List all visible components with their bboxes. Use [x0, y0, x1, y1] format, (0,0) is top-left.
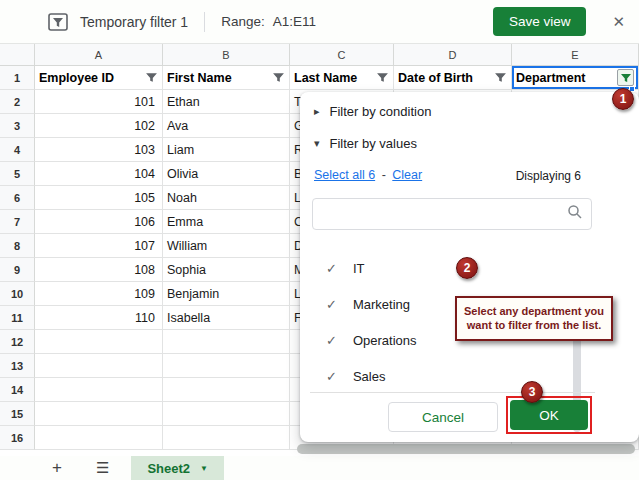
empty-cell[interactable] [35, 426, 163, 450]
empty-cell[interactable] [35, 378, 163, 402]
column-header-b[interactable]: B [163, 44, 290, 66]
empty-cell[interactable] [163, 330, 290, 354]
select-links-row: Select all 6 - Clear [314, 168, 422, 182]
row-number[interactable]: 3 [0, 114, 35, 138]
filter-icon-department-active[interactable] [617, 69, 634, 86]
checkmark-icon: ✓ [326, 261, 337, 276]
cell-first-name[interactable]: Noah [163, 186, 290, 210]
filter-view-title[interactable]: Temporary filter 1 [80, 14, 188, 30]
cell-employee-id[interactable]: 103 [35, 138, 163, 162]
header-cell-date-of-birth[interactable]: Date of Birth [394, 66, 512, 90]
close-filter-view-icon[interactable]: ✕ [612, 13, 625, 31]
empty-cell[interactable] [35, 354, 163, 378]
chevron-down-icon[interactable]: ▾ [314, 137, 320, 150]
step-1-marker: 1 [612, 88, 634, 110]
header-cell-last-name[interactable]: Last Name [290, 66, 394, 90]
row-number[interactable]: 9 [0, 258, 35, 282]
cell-employee-id[interactable]: 101 [35, 90, 163, 114]
row-number[interactable]: 7 [0, 210, 35, 234]
filter-by-condition-row[interactable]: ▸ Filter by condition [314, 104, 431, 119]
row-number[interactable]: 1 [0, 66, 35, 90]
filter-search-input[interactable] [312, 198, 592, 230]
row-number[interactable]: 4 [0, 138, 35, 162]
chevron-right-icon[interactable]: ▸ [314, 105, 320, 118]
filter-value-label: IT [353, 261, 365, 276]
filter-view-icon [48, 13, 68, 31]
header-cell-first-name[interactable]: First Name [163, 66, 290, 90]
row-number[interactable]: 13 [0, 354, 35, 378]
sheet-tab-caret-icon[interactable]: ▼ [200, 464, 208, 473]
header-label: Last Name [294, 71, 357, 85]
cancel-button[interactable]: Cancel [388, 402, 498, 432]
cell-first-name[interactable]: Ava [163, 114, 290, 138]
cell-first-name[interactable]: Isabella [163, 306, 290, 330]
checkmark-icon: ✓ [326, 369, 337, 384]
empty-cell[interactable] [163, 402, 290, 426]
select-all-link[interactable]: Select all 6 [314, 168, 375, 182]
filter-icon-first-name[interactable] [272, 71, 285, 84]
annotation-tooltip: Select any department you want to filter… [455, 296, 613, 341]
column-header-d[interactable]: D [394, 44, 512, 66]
filter-value-item-marketing[interactable]: ✓ Marketing [326, 290, 410, 318]
row-number[interactable]: 6 [0, 186, 35, 210]
empty-cell[interactable] [163, 378, 290, 402]
column-header-e[interactable]: E [512, 44, 639, 66]
row-number[interactable]: 10 [0, 282, 35, 306]
filter-value-item-it[interactable]: ✓ IT [326, 254, 364, 282]
cell-employee-id[interactable]: 102 [35, 114, 163, 138]
range-value[interactable]: A1:E11 [273, 14, 316, 29]
filter-value-item-operations[interactable]: ✓ Operations [326, 326, 417, 354]
clear-link[interactable]: Clear [392, 168, 422, 182]
cell-first-name[interactable]: Ethan [163, 90, 290, 114]
row-number[interactable]: 14 [0, 378, 35, 402]
cell-first-name[interactable]: Benjamin [163, 282, 290, 306]
row-number[interactable]: 5 [0, 162, 35, 186]
sheet-tab-sheet2[interactable]: Sheet2 ▼ [131, 456, 224, 480]
column-header-c[interactable]: C [290, 44, 394, 66]
column-header-a[interactable]: A [35, 44, 163, 66]
add-sheet-icon[interactable]: + [52, 458, 62, 478]
filter-icon-employee-id[interactable] [145, 71, 158, 84]
cell-first-name[interactable]: Liam [163, 138, 290, 162]
header-label: First Name [167, 71, 232, 85]
checkmark-icon: ✓ [326, 297, 337, 312]
row-number[interactable]: 12 [0, 330, 35, 354]
row-number[interactable]: 8 [0, 234, 35, 258]
header-cell-employee-id[interactable]: Employee ID [35, 66, 163, 90]
empty-cell[interactable] [35, 402, 163, 426]
empty-cell[interactable] [163, 354, 290, 378]
ok-button[interactable]: OK [510, 400, 588, 430]
filter-icon-last-name[interactable] [376, 71, 389, 84]
row-number[interactable]: 11 [0, 306, 35, 330]
cell-employee-id[interactable]: 105 [35, 186, 163, 210]
cell-employee-id[interactable]: 109 [35, 282, 163, 306]
all-sheets-menu-icon[interactable]: ☰ [96, 459, 109, 477]
empty-cell[interactable] [163, 426, 290, 450]
link-separator: - [382, 168, 386, 182]
google-sheets-filter-view-screen: Temporary filter 1 Range: A1:E11 Save vi… [0, 0, 639, 480]
cell-first-name[interactable]: Olivia [163, 162, 290, 186]
filter-by-values-row[interactable]: ▾ Filter by values [314, 136, 417, 151]
table-header-row: Employee ID First Name Last Name Date of… [35, 66, 639, 90]
cell-employee-id[interactable]: 108 [35, 258, 163, 282]
header-label: Date of Birth [398, 71, 473, 85]
header-cell-department[interactable]: Department [512, 66, 639, 90]
save-view-button[interactable]: Save view [493, 7, 587, 36]
horizontal-scrollbar[interactable] [297, 444, 635, 454]
filter-icon-date-of-birth[interactable] [494, 71, 507, 84]
row-number[interactable]: 16 [0, 426, 35, 450]
grid-corner-cell[interactable] [0, 44, 35, 66]
topbar-divider [204, 12, 205, 32]
row-number[interactable]: 2 [0, 90, 35, 114]
filter-value-item-sales[interactable]: ✓ Sales [326, 362, 385, 390]
cell-first-name[interactable]: Emma [163, 210, 290, 234]
row-number[interactable]: 15 [0, 402, 35, 426]
cell-employee-id[interactable]: 106 [35, 210, 163, 234]
filter-value-label: Sales [353, 369, 386, 384]
cell-first-name[interactable]: William [163, 234, 290, 258]
cell-employee-id[interactable]: 107 [35, 234, 163, 258]
cell-employee-id[interactable]: 104 [35, 162, 163, 186]
empty-cell[interactable] [35, 330, 163, 354]
cell-first-name[interactable]: Sophia [163, 258, 290, 282]
cell-employee-id[interactable]: 110 [35, 306, 163, 330]
